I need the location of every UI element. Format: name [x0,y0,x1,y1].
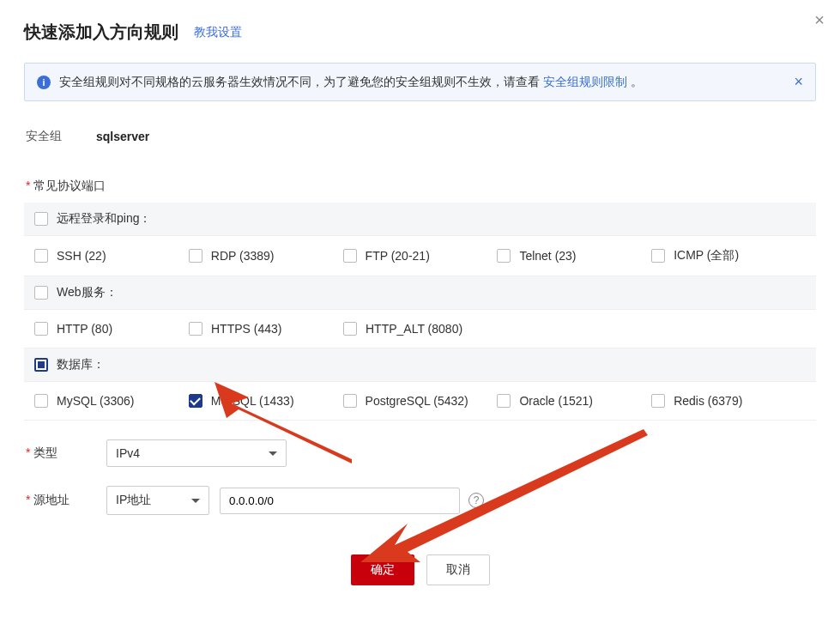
protocol-groups: 远程登录和ping： SSH (22) RDP (3389) FTP (20-2… [24,203,816,421]
type-select-value: IPv4 [116,446,140,460]
checkbox-mysql[interactable] [34,394,48,408]
alert-close-icon[interactable]: × [794,73,803,91]
group-header-db: 数据库： [24,348,816,382]
checkbox-httpalt[interactable] [343,322,357,336]
label-rdp[interactable]: RDP (3389) [211,249,275,263]
type-row: 类型 IPv4 [24,439,816,467]
label-icmp[interactable]: ICMP (全部) [674,248,739,264]
label-ssh[interactable]: SSH (22) [57,249,106,263]
checkbox-mssql[interactable] [189,394,202,408]
protocol-item-mssql: MS SQL (1433) [189,394,343,408]
modal-footer: 确定 取消 [24,554,816,603]
checkbox-postgres[interactable] [343,394,357,408]
protocol-item-postgres: PostgreSQL (5432) [343,394,498,408]
protocol-item-rdp: RDP (3389) [189,248,343,264]
protocol-item-http: HTTP (80) [34,322,189,336]
help-icon[interactable]: ? [468,493,484,508]
label-ftp[interactable]: FTP (20-21) [366,249,430,263]
checkbox-ftp[interactable] [343,249,357,263]
protocol-section-label: 常见协议端口 [24,179,816,194]
label-telnet[interactable]: Telnet (23) [519,249,576,263]
alert-text-pre: 安全组规则对不同规格的云服务器生效情况不同，为了避免您的安全组规则不生效，请查看 [59,75,543,88]
checkbox-ssh[interactable] [34,249,48,263]
modal-add-inbound-rule: × 快速添加入方向规则 教我设置 i 安全组规则对不同规格的云服务器生效情况不同… [0,0,840,603]
group-title-db: 数据库： [57,357,105,373]
chevron-down-icon [191,499,200,503]
cancel-button[interactable]: 取消 [426,554,490,585]
label-httpalt[interactable]: HTTP_ALT (8080) [366,322,462,336]
label-redis[interactable]: Redis (6379) [674,394,742,408]
label-mysql[interactable]: MySQL (3306) [57,394,135,408]
group-items-db: MySQL (3306) MS SQL (1433) PostgreSQL (5… [24,382,816,421]
group-checkbox-db[interactable] [34,358,48,372]
protocol-item-httpalt: HTTP_ALT (8080) [343,322,498,336]
protocol-item-ftp: FTP (20-21) [343,248,498,264]
alert-text: 安全组规则对不同规格的云服务器生效情况不同，为了避免您的安全组规则不生效，请查看… [59,75,785,90]
protocol-item-ssh: SSH (22) [34,248,189,264]
source-address-input[interactable] [220,488,460,514]
modal-title: 快速添加入方向规则 [24,21,178,44]
chevron-down-icon [269,451,277,456]
label-http[interactable]: HTTP (80) [57,322,112,336]
info-alert: i 安全组规则对不同规格的云服务器生效情况不同，为了避免您的安全组规则不生效，请… [24,63,816,101]
group-title-remote: 远程登录和ping： [57,211,151,227]
group-items-remote: SSH (22) RDP (3389) FTP (20-21) Telnet (… [24,236,816,276]
protocol-item-https: HTTPS (443) [189,322,343,336]
group-title-web: Web服务： [57,285,118,300]
type-select[interactable]: IPv4 [106,439,287,467]
checkbox-icmp[interactable] [651,249,665,263]
checkbox-http[interactable] [34,322,48,336]
group-header-web: Web服务： [24,276,816,310]
source-label: 源地址 [26,493,106,508]
group-checkbox-web[interactable] [34,286,48,300]
label-https[interactable]: HTTPS (443) [211,322,281,336]
source-row: 源地址 IP地址 ? [24,486,816,515]
label-mssql[interactable]: MS SQL (1433) [211,394,294,408]
group-checkbox-remote[interactable] [34,212,48,226]
alert-text-post: 。 [627,75,643,88]
checkbox-telnet[interactable] [497,249,511,263]
checkbox-oracle[interactable] [497,394,511,408]
checkbox-rdp[interactable] [189,249,202,263]
protocol-item-icmp: ICMP (全部) [651,248,806,264]
modal-header: 快速添加入方向规则 教我设置 [24,21,816,44]
help-link[interactable]: 教我设置 [194,25,242,40]
security-group-row: 安全组 sqlserver [24,129,816,144]
source-type-select[interactable]: IP地址 [106,486,209,515]
group-items-web: HTTP (80) HTTPS (443) HTTP_ALT (8080) [24,310,816,348]
alert-link[interactable]: 安全组规则限制 [543,75,627,88]
checkbox-https[interactable] [189,322,202,336]
info-icon: i [37,76,51,89]
label-oracle[interactable]: Oracle (1521) [519,394,593,408]
checkbox-redis[interactable] [651,394,665,408]
group-header-remote: 远程登录和ping： [24,203,816,236]
type-label: 类型 [26,445,106,461]
source-type-value: IP地址 [116,493,151,508]
security-group-value: sqlserver [96,130,149,143]
protocol-item-redis: Redis (6379) [651,394,806,408]
protocol-item-telnet: Telnet (23) [497,248,651,264]
label-postgres[interactable]: PostgreSQL (5432) [366,394,468,408]
protocol-item-mysql: MySQL (3306) [34,394,189,408]
close-icon[interactable]: × [814,10,825,30]
protocol-item-oracle: Oracle (1521) [497,394,651,408]
ok-button[interactable]: 确定 [351,554,414,585]
security-group-label: 安全组 [26,129,62,144]
